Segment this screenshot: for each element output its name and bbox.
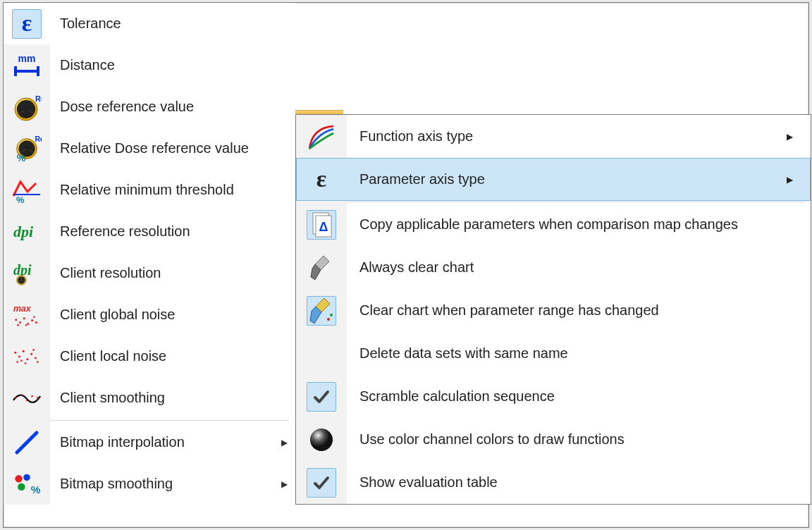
epsilon-icon: ε [307, 165, 336, 195]
blank-icon [307, 339, 336, 369]
menu-item-bitmap-smoothing[interactable]: % Bitmap smoothing ▶ [4, 463, 295, 505]
menu-item-show-eval-table[interactable]: Show evaluation table [296, 461, 811, 504]
svg-text:ε: ε [22, 12, 32, 36]
svg-point-53 [310, 429, 333, 451]
svg-point-22 [35, 321, 37, 323]
svg-point-31 [35, 357, 37, 359]
menu-item-label: Scramble calculation sequence [347, 388, 811, 405]
menu-item-scramble[interactable]: Scramble calculation sequence [296, 375, 811, 418]
svg-point-25 [33, 316, 35, 318]
svg-point-24 [25, 323, 27, 326]
menu-item-label: Clear chart when parameter range has cha… [347, 302, 811, 319]
menu-item-ref-resolution[interactable]: dpi Reference resolution [4, 211, 295, 252]
svg-point-19 [23, 317, 25, 319]
svg-point-38 [20, 393, 23, 395]
menu-item-rel-min-thresh[interactable]: % Relative minimum threshold [4, 169, 295, 211]
sphere-icon [307, 425, 336, 455]
svg-point-45 [18, 483, 25, 491]
svg-text:%: % [16, 195, 25, 204]
left-context-menu: ε Tolerance mm Distance [4, 3, 295, 505]
svg-point-9 [25, 147, 29, 150]
menu-item-bitmap-interpolation[interactable]: Bitmap interpolation ▶ [4, 421, 295, 463]
threshold-curve-icon: % [12, 175, 42, 205]
menu-item-label: Relative Dose reference value [50, 140, 295, 156]
menu-item-client-smoothing[interactable]: Client smoothing [4, 377, 295, 419]
rgb-percent-icon: % [12, 469, 42, 499]
menu-item-label: Relative minimum threshold [50, 182, 295, 198]
radiation-ref-percent-icon: Ref % [12, 134, 42, 164]
menu-item-label: Tolerance [50, 16, 295, 32]
svg-point-27 [18, 355, 20, 357]
checkmark-icon [307, 382, 336, 412]
menu-item-always-clear[interactable]: Always clear chart [296, 246, 811, 289]
menu-item-function-axis-type[interactable]: Function axis type ▶ [296, 115, 811, 158]
svg-text:%: % [31, 483, 41, 495]
menu-item-label: Reference resolution [50, 223, 295, 240]
svg-text:ε: ε [316, 168, 327, 192]
menu-item-label: Distance [50, 57, 295, 73]
noise-local-icon [12, 342, 42, 371]
menu-item-label: Client local noise [50, 348, 295, 364]
submenu-arrow-icon: ▶ [273, 479, 295, 489]
menu-item-label: Use color channel colors to draw functio… [347, 431, 811, 448]
menu-separator [296, 201, 811, 203]
blue-line-icon [12, 428, 42, 457]
svg-point-30 [30, 352, 32, 355]
svg-text:Ref: Ref [35, 135, 42, 143]
dpi-rad-icon: dpi [12, 259, 42, 288]
svg-text:mm: mm [18, 53, 36, 64]
menu-item-label: Client global noise [50, 307, 295, 323]
dpi-green-icon: dpi [12, 217, 42, 247]
menu-item-delete-same-name[interactable]: Delete data sets with same name [296, 332, 811, 375]
svg-point-23 [17, 323, 19, 326]
menu-item-color-channel[interactable]: Use color channel colors to draw functio… [296, 418, 811, 461]
svg-text:Δ: Δ [319, 220, 328, 234]
menu-item-label: Copy applicable parameters when comparis… [347, 216, 811, 233]
svg-point-52 [330, 314, 333, 316]
submenu-arrow-icon: ▶ [787, 132, 811, 142]
smoothing-line-icon [12, 383, 42, 413]
menu-item-tolerance[interactable]: ε Tolerance [4, 3, 295, 44]
menu-item-label: Parameter axis type [347, 171, 787, 187]
submenu-arrow-icon: ▶ [273, 438, 295, 448]
svg-point-29 [26, 358, 28, 360]
svg-line-42 [17, 433, 37, 452]
copy-params-icon: Δ [307, 210, 336, 240]
menu-item-label: Bitmap smoothing [50, 476, 273, 492]
svg-point-18 [19, 321, 21, 323]
menu-item-client-global-noise[interactable]: max Client global noise [4, 294, 295, 335]
menu-item-label: Dose reference value [50, 99, 295, 115]
menu-item-parameter-axis-type[interactable]: ε Parameter axis type ▶ [296, 158, 811, 201]
menu-item-label: Always clear chart [347, 259, 811, 276]
svg-point-34 [32, 349, 35, 351]
brush-grey-icon [307, 253, 336, 283]
submenu-arrow-icon: ▶ [787, 175, 811, 185]
menu-item-copy-params[interactable]: Δ Copy applicable parameters when compar… [296, 203, 811, 246]
menu-item-rel-dose-ref[interactable]: Ref % Relative Dose reference value [4, 128, 295, 169]
svg-point-36 [20, 359, 23, 362]
right-context-menu: Function axis type ▶ ε Parameter axis ty… [295, 114, 811, 505]
menu-item-dose-ref[interactable]: Ref Dose reference value [4, 86, 295, 128]
radiation-ref-icon: Ref [12, 92, 42, 122]
svg-point-44 [23, 474, 30, 481]
menu-item-client-local-noise[interactable]: Client local noise [4, 335, 295, 377]
svg-point-33 [25, 362, 27, 364]
app-window: ε Tolerance mm Distance [3, 2, 809, 528]
menu-item-label: Show evaluation table [347, 474, 811, 491]
svg-point-26 [14, 351, 16, 353]
menu-item-label: Bitmap interpolation [50, 434, 273, 450]
svg-text:dpi: dpi [13, 223, 34, 240]
menu-item-label: Client resolution [50, 265, 295, 281]
svg-point-35 [37, 361, 39, 363]
svg-point-41 [37, 396, 39, 398]
svg-point-40 [31, 395, 33, 397]
menu-item-client-resolution[interactable]: dpi Client resolution [4, 252, 295, 294]
svg-point-39 [26, 399, 28, 401]
svg-text:Ref: Ref [35, 94, 42, 103]
epsilon-icon: ε [12, 9, 42, 39]
svg-point-51 [327, 318, 330, 321]
menu-item-distance[interactable]: mm Distance [4, 44, 295, 86]
menu-item-label: Function axis type [347, 128, 787, 144]
menu-item-clear-on-range-change[interactable]: Clear chart when parameter range has cha… [296, 289, 811, 332]
svg-point-17 [15, 319, 17, 321]
